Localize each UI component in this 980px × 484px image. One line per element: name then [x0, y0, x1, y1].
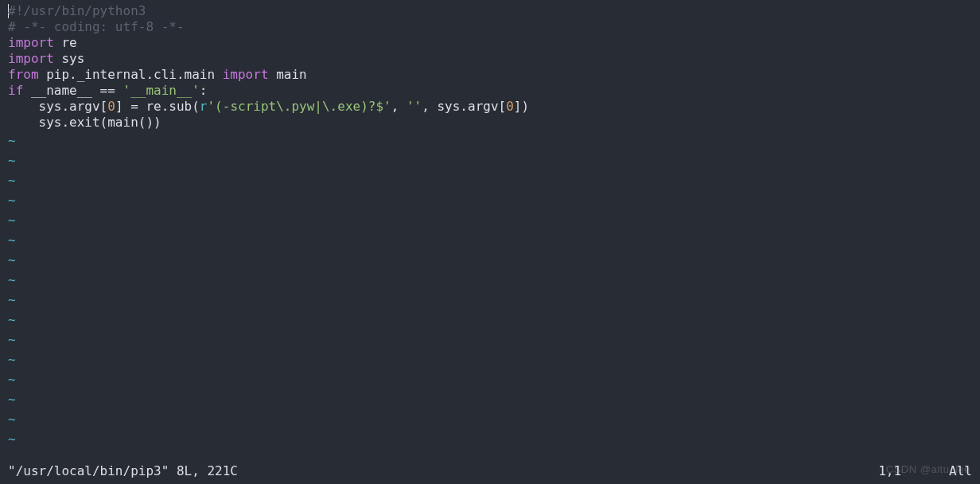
code-line-1: #!/usr/bin/python3 — [8, 3, 972, 19]
tilde-line: ~ — [8, 270, 972, 290]
code-line-3: import re — [8, 35, 972, 51]
tilde-line: ~ — [8, 170, 972, 190]
tilde-line: ~ — [8, 310, 972, 330]
tilde-line: ~ — [8, 349, 972, 369]
tilde-line: ~ — [8, 369, 972, 389]
tilde-line: ~ — [8, 150, 972, 170]
code-line-6: if __name__ == '__main__': — [8, 83, 972, 99]
vim-editor[interactable]: #!/usr/bin/python3 # -*- coding: utf-8 -… — [0, 0, 980, 484]
tilde-line: ~ — [8, 210, 972, 230]
tilde-line: ~ — [8, 230, 972, 250]
tilde-line: ~ — [8, 409, 972, 429]
code-line-4: import sys — [8, 51, 972, 67]
tilde-line: ~ — [8, 389, 972, 409]
tilde-line: ~ — [8, 190, 972, 210]
empty-lines-area: ~~~~~~~~~~~~~~~~ — [8, 131, 972, 449]
tilde-line: ~ — [8, 429, 972, 449]
vim-status-bar: "/usr/local/bin/pip3" 8L, 221C 1,1 All — [8, 463, 972, 479]
code-line-7: sys.argv[0] = re.sub(r'(-script\.pyw|\.e… — [8, 99, 972, 115]
tilde-line: ~ — [8, 330, 972, 349]
code-line-2: # -*- coding: utf-8 -*- — [8, 19, 972, 35]
tilde-line: ~ — [8, 250, 972, 270]
code-line-5: from pip._internal.cli.main import main — [8, 67, 972, 83]
tilde-line: ~ — [8, 290, 972, 310]
watermark-text: CSDN @aitu_lee — [886, 462, 970, 478]
tilde-line: ~ — [8, 131, 972, 150]
code-line-8: sys.exit(main()) — [8, 115, 972, 131]
status-file-info: "/usr/local/bin/pip3" 8L, 221C — [8, 463, 878, 479]
